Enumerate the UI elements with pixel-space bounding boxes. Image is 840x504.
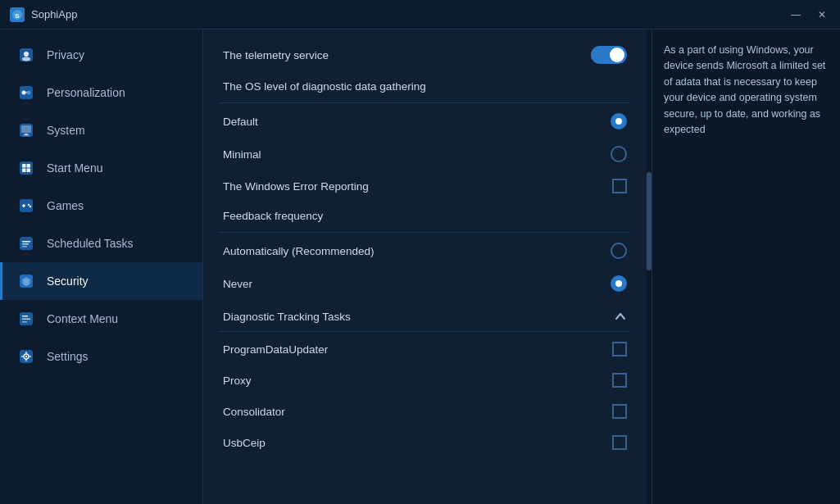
- svg-rect-25: [22, 243, 29, 245]
- sidebar-item-scheduled-tasks[interactable]: Scheduled Tasks: [0, 225, 202, 262]
- content-area: The telemetry service The OS level of di…: [203, 30, 840, 504]
- scrollbar-thumb[interactable]: [647, 172, 652, 270]
- telemetry-toggle[interactable]: [591, 46, 627, 64]
- diagnostic-tasks-header[interactable]: Diagnostic Tracking Tasks: [220, 300, 630, 329]
- sidebar-label-scheduled-tasks: Scheduled Tasks: [47, 237, 134, 250]
- feedback-never-label: Never: [223, 278, 252, 290]
- svg-point-3: [24, 52, 29, 57]
- consolidator-label: Consolidator: [223, 406, 285, 418]
- diagnostic-minimal-label: Minimal: [223, 148, 261, 161]
- feedback-never-row: Never: [220, 267, 630, 300]
- svg-rect-38: [30, 356, 32, 357]
- sidebar-item-personalization[interactable]: Personalization: [0, 74, 202, 111]
- usbceip-checkbox[interactable]: [612, 435, 627, 450]
- svg-rect-16: [22, 169, 26, 173]
- diagnostic-default-radio[interactable]: [611, 113, 627, 129]
- consolidator-row: Consolidator: [220, 396, 630, 427]
- diagnostic-label-row: The OS level of diagnostic data gatherin…: [220, 72, 630, 101]
- proxy-row: Proxy: [220, 365, 630, 396]
- info-panel-text: As a part of using Windows, your device …: [664, 44, 825, 135]
- usbceip-row: UsbCeip: [220, 427, 630, 458]
- close-button[interactable]: ✕: [810, 6, 833, 24]
- svg-rect-10: [21, 125, 31, 133]
- svg-rect-31: [22, 321, 27, 323]
- chevron-up-icon: [614, 310, 627, 323]
- svg-rect-12: [23, 135, 30, 136]
- svg-rect-36: [25, 360, 27, 362]
- sidebar-label-start-menu: Start Menu: [47, 161, 102, 175]
- divider-1: [220, 102, 630, 103]
- error-reporting-checkbox[interactable]: [612, 179, 627, 193]
- sidebar-label-context-menu: Context Menu: [47, 312, 118, 325]
- svg-rect-17: [27, 169, 31, 173]
- telemetry-row: The telemetry service: [220, 38, 630, 72]
- sidebar-label-privacy: Privacy: [47, 48, 84, 61]
- scheduled-tasks-icon: [17, 234, 35, 252]
- personalization-icon: [17, 84, 35, 102]
- divider-3: [220, 331, 630, 332]
- sidebar-label-personalization: Personalization: [47, 86, 125, 99]
- feedback-auto-radio[interactable]: [611, 243, 627, 259]
- sidebar-item-settings[interactable]: Settings: [0, 338, 202, 375]
- privacy-icon: [17, 46, 35, 64]
- sidebar-label-games: Games: [47, 199, 84, 212]
- feedback-never-radio[interactable]: [611, 275, 627, 292]
- app-icon: S: [10, 7, 25, 22]
- telemetry-label: The telemetry service: [223, 49, 329, 61]
- feedback-label: Feedback frequency: [223, 210, 323, 222]
- settings-icon: [17, 347, 35, 366]
- main-layout: Privacy Personalization: [0, 30, 840, 504]
- usbceip-label: UsbCeip: [223, 437, 266, 449]
- feedback-auto-row: Automatically (Recommended): [220, 234, 630, 267]
- svg-rect-30: [22, 319, 30, 320]
- sidebar-item-system[interactable]: System: [0, 111, 202, 149]
- svg-point-34: [25, 356, 27, 357]
- svg-rect-14: [22, 164, 26, 168]
- svg-point-22: [30, 206, 31, 207]
- feedback-label-row: Feedback frequency: [220, 202, 630, 230]
- sidebar-item-security[interactable]: Security: [0, 262, 202, 300]
- consolidator-checkbox[interactable]: [612, 404, 627, 419]
- minimize-button[interactable]: —: [784, 6, 807, 24]
- sidebar-item-context-menu[interactable]: Context Menu: [0, 300, 202, 338]
- app-title: SophiApp: [31, 8, 77, 20]
- svg-rect-26: [22, 246, 27, 247]
- svg-rect-15: [27, 164, 31, 168]
- svg-point-21: [28, 204, 30, 206]
- programdata-label: ProgramDataUpdater: [223, 343, 328, 356]
- diagnostic-minimal-radio[interactable]: [611, 146, 627, 162]
- error-reporting-row: The Windows Error Reporting: [220, 170, 630, 202]
- feedback-auto-label: Automatically (Recommended): [223, 245, 375, 257]
- window-controls: — ✕: [784, 6, 833, 24]
- svg-text:S: S: [15, 12, 20, 20]
- divider-2: [220, 232, 630, 233]
- diagnostic-default-label: Default: [223, 116, 258, 128]
- title-bar: S SophiApp — ✕: [0, 0, 840, 30]
- sidebar-label-security: Security: [47, 275, 89, 288]
- svg-rect-37: [21, 356, 24, 357]
- svg-rect-13: [20, 161, 33, 175]
- main-content: The telemetry service The OS level of di…: [203, 30, 647, 504]
- sidebar-item-start-menu[interactable]: Start Menu: [0, 149, 202, 187]
- sidebar-item-games[interactable]: Games: [0, 187, 202, 225]
- diagnostic-default-row: Default: [220, 105, 630, 138]
- svg-rect-29: [22, 316, 28, 317]
- games-icon: [17, 197, 35, 215]
- context-menu-icon: [17, 310, 35, 328]
- svg-point-6: [22, 91, 26, 95]
- svg-point-7: [27, 91, 31, 95]
- sidebar-label-system: System: [47, 124, 85, 137]
- svg-point-4: [22, 57, 30, 61]
- svg-rect-11: [25, 134, 28, 135]
- sidebar-item-privacy[interactable]: Privacy: [0, 36, 202, 74]
- svg-rect-8: [26, 92, 27, 93]
- scrollbar-track[interactable]: [647, 30, 652, 504]
- diagnostic-tasks-label: Diagnostic Tracking Tasks: [223, 311, 351, 323]
- diagnostic-minimal-row: Minimal: [220, 138, 630, 170]
- sidebar: Privacy Personalization: [0, 30, 203, 504]
- start-menu-icon: [17, 159, 35, 177]
- sidebar-label-settings: Settings: [47, 350, 89, 363]
- proxy-checkbox[interactable]: [612, 373, 627, 388]
- programdata-checkbox[interactable]: [612, 342, 627, 356]
- programdata-row: ProgramDataUpdater: [220, 334, 630, 365]
